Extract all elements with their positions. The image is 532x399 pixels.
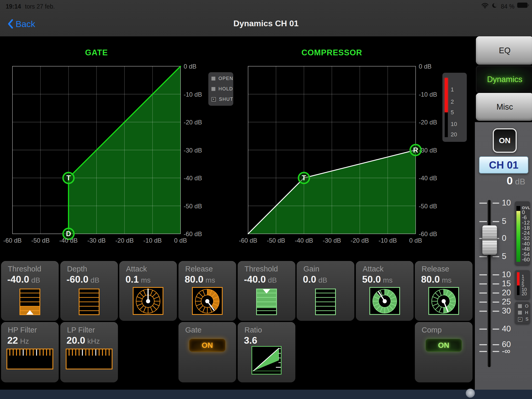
- gain-stripes-icon: [315, 289, 336, 315]
- value-number: 80.0: [185, 274, 203, 285]
- strip-gr-tick: 20: [522, 291, 527, 297]
- param-tile-depth[interactable]: Depth-60.0dB: [60, 261, 118, 321]
- gate-y-tick: -50 dB: [184, 203, 202, 210]
- param-value: 0.1ms: [125, 274, 151, 285]
- fader-tick-right: [493, 221, 499, 222]
- value-unit: ms: [141, 276, 150, 284]
- gate-state-mini-legend: OH✕S: [515, 302, 530, 324]
- state-label: SHUT: [219, 97, 233, 102]
- svg-text:D: D: [66, 230, 71, 238]
- param-tile-release[interactable]: Release80.0ms: [415, 261, 473, 321]
- param-tile-comp[interactable]: CompON: [415, 322, 473, 382]
- comp-gr-tick: 1: [451, 86, 454, 93]
- value-unit: dB: [268, 276, 277, 284]
- param-value: 80.0ms: [185, 274, 215, 285]
- fader-value: 0: [507, 175, 513, 187]
- param-tile-release[interactable]: Release80.0ms: [178, 261, 236, 321]
- channel-name-box[interactable]: CH 01: [479, 156, 528, 174]
- compressor-x-tick: 0 dB: [401, 237, 430, 244]
- param-tile-lp-filter[interactable]: LP Filter20.0kHz: [60, 322, 118, 382]
- gate-x-tick: 0 dB: [166, 237, 195, 244]
- fader-scale-label: -∞: [502, 347, 510, 356]
- compressor-y-tick: -10 dB: [419, 91, 437, 98]
- state-label: H: [525, 310, 529, 315]
- threshold-stripes-icon: [19, 289, 40, 315]
- param-tile-gate[interactable]: GateON: [178, 322, 236, 382]
- tab-misc[interactable]: Misc: [476, 93, 532, 121]
- param-value: 0.0dB: [303, 274, 327, 285]
- param-label: Comp: [422, 326, 442, 334]
- fader-knob[interactable]: [482, 225, 497, 255]
- gate-x-tick: -60 dB: [0, 237, 27, 244]
- fader-tick-right: [493, 274, 499, 275]
- state-row-open: OPEN: [208, 76, 233, 81]
- param-tile-gain[interactable]: Gain0.0dB: [297, 261, 354, 321]
- value-number: 0.1: [125, 274, 139, 285]
- value-number: 22: [7, 335, 18, 346]
- fader-tick-left: [479, 329, 487, 330]
- strip-gr-meter-fill: [517, 272, 520, 285]
- tab-dynamics[interactable]: Dynamics: [476, 65, 532, 93]
- channel-on-button[interactable]: ON: [493, 128, 517, 153]
- compressor-x-tick: -60 dB: [234, 237, 262, 244]
- fader-tick-right: [493, 292, 499, 294]
- value-number: 0.0: [303, 274, 316, 285]
- release-dial-icon: [192, 287, 223, 315]
- value-unit: dB: [318, 276, 327, 284]
- param-label: LP Filter: [67, 326, 95, 334]
- state-row-s: ✕S: [515, 317, 530, 322]
- param-value: 3.6: [244, 335, 257, 346]
- fader-tick-left: [479, 344, 487, 345]
- param-label: Depth: [67, 265, 87, 273]
- compressor-graph[interactable]: TR: [248, 66, 416, 234]
- param-value: 80.0ms: [421, 274, 451, 285]
- state-indicator-s: ✕: [518, 317, 522, 322]
- lp-filter-comb-icon: [66, 349, 112, 369]
- param-tile-hp-filter[interactable]: HP Filter22Hz: [1, 322, 59, 382]
- param-label: Threshold: [244, 265, 278, 273]
- level-meter-label: -60: [522, 256, 530, 263]
- param-tile-ratio[interactable]: Ratio3.6: [238, 322, 295, 382]
- fader-scale-label: 20: [502, 288, 511, 297]
- dock-bar: [0, 390, 532, 399]
- svg-text:T: T: [66, 174, 71, 182]
- status-date: tors 27 feb.: [25, 3, 55, 10]
- compressor-y-tick: -20 dB: [419, 119, 437, 126]
- gate-title: GATE: [12, 48, 181, 57]
- fader-scale-label: 0: [502, 234, 506, 243]
- state-indicator-shut: ✕: [211, 97, 216, 102]
- fader-unit: dB: [515, 177, 525, 187]
- fader-tick-left: [479, 283, 487, 284]
- assistive-touch-dot[interactable]: [466, 389, 475, 398]
- comp-gr-tick: 2: [451, 98, 454, 105]
- gate-x-tick: -30 dB: [82, 237, 111, 244]
- svg-text:R: R: [413, 146, 418, 154]
- gate-y-tick: -60 dB: [184, 230, 202, 238]
- status-time: 19:14: [6, 3, 21, 10]
- fader-tick-left: [479, 302, 487, 303]
- gate-on-button[interactable]: ON: [189, 339, 225, 352]
- level-meter-track: [516, 206, 520, 262]
- strip-gr-meter-track: [517, 272, 520, 295]
- fader-tick-left: [479, 203, 487, 204]
- fader-tick-left: [479, 292, 487, 294]
- compressor-handle-t[interactable]: T: [298, 172, 309, 183]
- gate-handle-t[interactable]: T: [63, 172, 74, 183]
- fader-tick-right: [493, 203, 499, 204]
- gate-graph[interactable]: TD: [12, 66, 181, 234]
- value-number: 3.6: [244, 335, 257, 346]
- state-label: OPEN: [218, 76, 233, 81]
- gate-y-tick: -10 dB: [184, 91, 202, 98]
- tab-eq[interactable]: EQ: [476, 36, 532, 65]
- dynamics-screen: 19:14 tors 27 feb. 84 % Back Dynamics CH…: [0, 0, 532, 399]
- comp-on-button[interactable]: ON: [425, 339, 462, 352]
- param-tile-attack[interactable]: Attack50.0ms: [356, 261, 414, 321]
- value-unit: Hz: [20, 337, 29, 345]
- ratio-curve-icon: [251, 346, 282, 375]
- compressor-y-tick: -60 dB: [419, 230, 437, 238]
- gate-y-tick: -30 dB: [184, 147, 202, 154]
- compressor-y-tick: -30 dB: [419, 147, 437, 154]
- param-tile-attack[interactable]: Attack0.1ms: [119, 261, 177, 321]
- param-tile-threshold[interactable]: Threshold-40.0dB: [238, 261, 295, 321]
- param-tile-threshold[interactable]: Threshold-40.0dB: [1, 261, 59, 321]
